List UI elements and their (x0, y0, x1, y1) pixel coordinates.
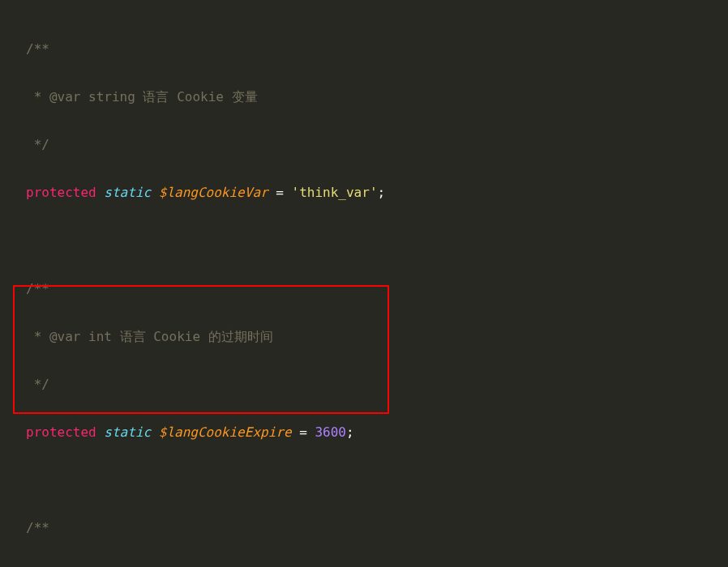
docblock-open: /** (26, 520, 49, 535)
op-assign: = (292, 424, 315, 440)
semicolon: ; (346, 424, 354, 440)
docblock-desc: 语言 Cookie 的过期时间 (112, 329, 273, 344)
docblock-desc: 语言 Cookie 变量 (135, 89, 258, 104)
code-line: protected static $langCookieVar = 'think… (26, 181, 720, 205)
docblock-open: /** (26, 41, 49, 57)
docblock-close: */ (26, 137, 49, 152)
kw-protected: protected (26, 424, 96, 440)
op-assign: = (268, 185, 292, 200)
code-line: /** (26, 37, 720, 62)
var-langcookievar: $langCookieVar (159, 185, 268, 200)
code-line: */ (26, 133, 720, 157)
docblock-type: int (88, 329, 112, 344)
blank-line (26, 468, 720, 492)
code-line: * @var string 语言 Cookie 变量 (26, 85, 720, 109)
code-line: protected static $langCookieExpire = 360… (26, 420, 720, 445)
docblock-tag: * @var (26, 89, 88, 104)
code-editor: /** * @var string 语言 Cookie 变量 */ protec… (0, 0, 728, 567)
kw-static: static (104, 185, 151, 200)
semicolon: ; (378, 185, 386, 200)
var-langcookieexpire: $langCookieExpire (159, 424, 292, 440)
docblock-open: /** (26, 281, 49, 296)
number-literal: 3600 (315, 424, 346, 440)
string-literal: 'think_var' (292, 185, 378, 200)
code-line: /** (26, 516, 720, 540)
kw-protected: protected (26, 185, 96, 200)
code-line: */ (26, 373, 720, 397)
code-line: * @var int 语言 Cookie 的过期时间 (26, 325, 720, 349)
docblock-close: */ (26, 377, 49, 392)
blank-line (26, 228, 720, 253)
kw-static: static (104, 424, 151, 440)
docblock-tag: * @var (26, 329, 88, 344)
code-line: /** (26, 277, 720, 301)
code-line: * @var array 允许语言列表 (26, 565, 720, 567)
docblock-type: string (88, 89, 135, 104)
